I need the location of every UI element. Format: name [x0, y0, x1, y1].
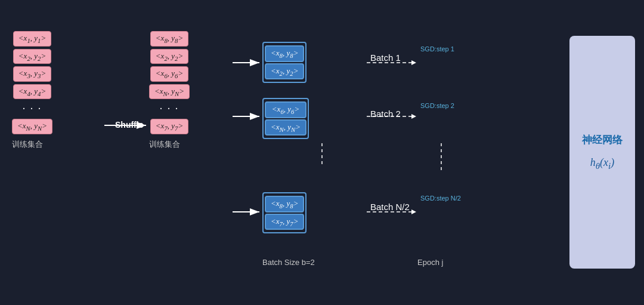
col2-label: 训练集合 [149, 139, 190, 150]
batch1-row1: <x8, y8> [265, 45, 304, 62]
batch2-row1: <x6, y6> [265, 101, 306, 118]
col2-row3: <x6, y6> [150, 66, 188, 82]
col1-label: 训练集合 [12, 139, 52, 150]
col1-row4: <x4, y4> [13, 84, 51, 100]
sgd2-wrap: SGD:step 2 [420, 100, 454, 110]
svg-marker-4 [411, 60, 416, 65]
batch1-row2: <x2, y2> [265, 63, 304, 80]
sgdN2-wrap: SGD:step N/2 [420, 192, 461, 203]
batch2-section: <x6, y6> <xN, yN> [262, 97, 309, 140]
batchN2-label-wrap: Batch N/2 [367, 202, 410, 212]
col2-section: <x8, y8> <x2, y2> <x6, y6> <xN, yN> · · … [149, 30, 190, 150]
col1-dots: · · · [23, 103, 42, 115]
col1-section: <x1, y1> <x2, y2> <x3, y3> <x4, y4> · · … [12, 30, 52, 150]
batchN2-section: <x8, y8> <x7, y7> [262, 191, 306, 235]
col2-rowLast: <x7, y7> [150, 119, 188, 134]
col1-row2: <x2, y2> [13, 49, 51, 64]
sgd1-label: SGD:step 1 [420, 45, 454, 53]
nn-title: 神经网络 [582, 133, 623, 147]
batchN2-row2: <x7, y7> [265, 214, 304, 230]
epoch-label: Epoch j [417, 257, 443, 267]
col1-data: <x1, y1> <x2, y2> <x3, y3> <x4, y4> · · … [12, 30, 52, 135]
batch-size-label: Batch Size b=2 [262, 257, 315, 267]
sgd1-wrap: SGD:step 1 [420, 43, 454, 54]
diagram-container: <x1, y1> <x2, y2> <x3, y3> <x4, y4> · · … [0, 0, 644, 305]
nn-formula: hθ(xi) [590, 156, 615, 171]
col2-row1: <x8, y8> [150, 31, 188, 47]
batch1-label-wrap: Batch 1 [367, 53, 401, 63]
batch1-label: Batch 1 [370, 53, 401, 63]
col2-row4: <xN, yN> [149, 84, 190, 100]
batch2-label-wrap: Batch 2 [367, 109, 401, 119]
nn-box: 神经网络 hθ(xi) [569, 36, 635, 269]
sgd2-label: SGD:step 2 [420, 102, 454, 109]
svg-marker-6 [411, 114, 416, 119]
svg-marker-8 [411, 210, 416, 214]
sgdN2-label: SGD:step N/2 [420, 195, 461, 202]
batchN2-group: <x8, y8> <x7, y7> [262, 192, 306, 233]
arrows-svg [0, 0, 644, 305]
col2-dots: · · · [160, 103, 179, 115]
batch2-row2: <xN, yN> [265, 119, 306, 136]
batch2-group: <x6, y6> <xN, yN> [262, 98, 309, 139]
col2-data: <x8, y8> <x2, y2> <x6, y6> <xN, yN> · · … [149, 30, 190, 135]
batchN2-row1: <x8, y8> [265, 196, 304, 212]
col1-row1: <x1, y1> [13, 31, 51, 47]
batchN2-label: Batch N/2 [370, 202, 410, 212]
shuffle-label: Shuffle [110, 119, 148, 130]
col2-row2: <x2, y2> [150, 49, 188, 64]
batch1-group: <x8, y8> <x2, y2> [262, 42, 306, 83]
batch2-label: Batch 2 [370, 109, 401, 119]
col1-row3: <x3, y3> [13, 66, 51, 82]
col1-rowN: <xN, yN> [12, 119, 52, 134]
batch1-section: <x8, y8> <x2, y2> [262, 41, 306, 84]
